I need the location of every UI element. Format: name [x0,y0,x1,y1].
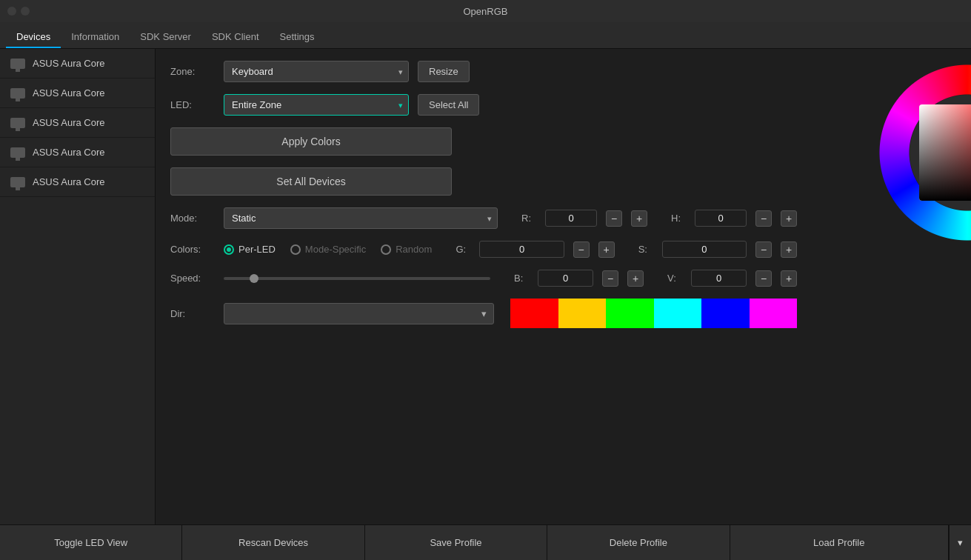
dir-select[interactable] [224,303,494,324]
r-increment-button[interactable]: + [631,210,647,227]
mode-select-wrapper: Static [224,207,498,229]
s-input[interactable] [662,241,747,258]
radio-mode-specific[interactable]: Mode-Specific [290,244,366,255]
tab-sdk-client[interactable]: SDK Client [201,27,270,48]
led-row: LED: Entire Zone Select All [170,94,797,116]
led-select-wrapper: Entire Zone [224,94,409,116]
radio-per-led[interactable]: Per-LED [224,244,276,255]
sidebar-item-label: ASUS Aura Core [33,58,105,69]
g-input[interactable] [479,241,564,258]
h-input[interactable] [695,210,747,227]
swatch-cyan[interactable] [654,299,702,328]
keyboard-icon [10,118,25,128]
color-wheel-wrapper[interactable] [878,64,971,241]
rescan-devices-button[interactable]: Rescan Devices [182,525,364,560]
color-wheel-container [827,56,971,249]
led-select[interactable]: Entire Zone [224,94,409,116]
close-button[interactable] [7,7,16,16]
r-decrement-button[interactable]: − [606,210,622,227]
h-decrement-button[interactable]: − [755,210,772,227]
keyboard-icon [10,177,25,187]
sidebar-item-asus-5[interactable]: ASUS Aura Core [0,167,155,197]
s-increment-button[interactable]: + [781,241,797,258]
mode-label: Mode: [170,213,215,224]
radio-random[interactable]: Random [381,244,432,255]
random-label: Random [396,244,432,255]
tab-devices[interactable]: Devices [6,27,61,48]
keyboard-icon [10,88,25,99]
tab-information[interactable]: Information [61,27,130,48]
b-input[interactable] [538,270,593,287]
sidebar-item-asus-2[interactable]: ASUS Aura Core [0,79,155,108]
zone-row: Zone: Keyboard Resize [170,61,797,82]
tabbar: Devices Information SDK Server SDK Clien… [0,22,971,49]
app-title: OpenRGB [464,6,508,17]
colors-label: Colors: [170,244,215,255]
color-gradient-box[interactable] [919,104,971,201]
load-profile-button[interactable]: Load Profile [730,525,949,560]
colors-row: Colors: Per-LED Mode-Specific Ran [170,241,797,258]
resize-button[interactable]: Resize [418,61,470,82]
mode-row: Mode: Static R: − + H: − + [170,207,797,229]
keyboard-icon [10,147,25,158]
save-profile-button[interactable]: Save Profile [365,525,547,560]
toggle-led-view-button[interactable]: Toggle LED View [0,525,182,560]
apply-colors-button[interactable]: Apply Colors [170,127,452,156]
v-increment-button[interactable]: + [781,270,797,287]
swatch-blue[interactable] [701,299,750,328]
tab-sdk-server[interactable]: SDK Server [130,27,201,48]
keyboard-icon [10,59,25,69]
set-all-devices-button[interactable]: Set All Devices [170,167,452,196]
sidebar-item-label: ASUS Aura Core [33,147,105,158]
speed-row: Speed: B: − + V: − + [170,270,797,287]
led-label: LED: [170,99,215,110]
b-increment-button[interactable]: + [627,270,644,287]
swatches-container [510,299,797,328]
apply-colors-row: Apply Colors [170,127,797,156]
zone-select[interactable]: Keyboard [224,61,409,82]
sidebar-item-asus-4[interactable]: ASUS Aura Core [0,138,155,167]
mode-select[interactable]: Static [224,207,498,229]
swatch-yellow[interactable] [558,299,607,328]
random-radio-circle [381,244,391,255]
r-label: R: [521,213,536,224]
speed-label: Speed: [170,273,215,284]
minimize-button[interactable] [21,7,30,16]
v-decrement-button[interactable]: − [755,270,772,287]
b-decrement-button[interactable]: − [602,270,618,287]
g-decrement-button[interactable]: − [573,241,590,258]
s-decrement-button[interactable]: − [755,241,772,258]
swatch-green[interactable] [606,299,654,328]
g-label: G: [456,244,470,255]
swatch-magenta[interactable] [750,299,798,328]
sidebar-item-asus-1[interactable]: ASUS Aura Core [0,49,155,79]
g-increment-button[interactable]: + [598,241,615,258]
select-all-button[interactable]: Select All [418,94,479,116]
s-label: S: [638,244,653,255]
dir-select-wrapper [224,303,494,324]
mode-specific-radio-circle [290,244,301,255]
colors-radio-group: Per-LED Mode-Specific Random [224,244,432,255]
zone-label: Zone: [170,66,215,77]
h-increment-button[interactable]: + [781,210,797,227]
load-profile-arrow-button[interactable]: ▾ [949,525,971,560]
sidebar-item-label: ASUS Aura Core [33,176,105,187]
sidebar: ASUS Aura Core ASUS Aura Core ASUS Aura … [0,49,156,524]
speed-slider[interactable] [224,277,490,280]
mode-specific-label: Mode-Specific [305,244,366,255]
dir-row: Dir: [170,299,797,328]
tab-settings[interactable]: Settings [270,27,325,48]
swatch-red[interactable] [510,299,558,328]
v-label: V: [667,273,682,284]
delete-profile-button[interactable]: Delete Profile [547,525,730,560]
controls-panel: Zone: Keyboard Resize LED: Entire Zone S… [156,49,812,524]
per-led-radio-circle [224,244,234,255]
titlebar-buttons [7,7,30,16]
titlebar: OpenRGB [0,0,971,22]
sidebar-item-asus-3[interactable]: ASUS Aura Core [0,108,155,138]
v-input[interactable] [691,270,747,287]
dir-label: Dir: [170,308,215,319]
b-label: B: [514,273,529,284]
per-led-label: Per-LED [238,244,276,255]
r-input[interactable] [545,210,597,227]
